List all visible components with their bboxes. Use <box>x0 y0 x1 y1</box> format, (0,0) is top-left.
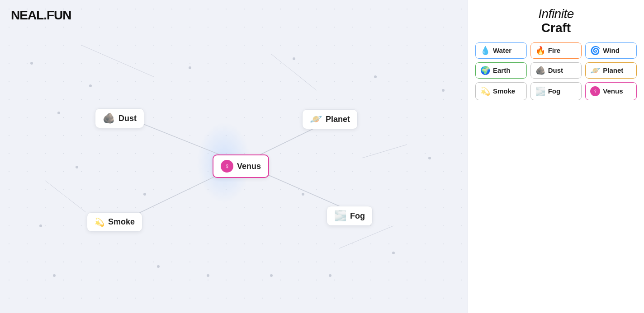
sidebar: Infinite Craft 💧 Water 🔥 Fire 🌀 Wind 🌍 E… <box>468 0 644 313</box>
fog-icon: 🌫️ <box>535 87 545 95</box>
svg-point-10 <box>39 224 42 227</box>
earth-icon: 🌍 <box>480 66 490 75</box>
svg-point-21 <box>207 274 209 277</box>
venus-emoji: ♀ <box>221 160 233 173</box>
svg-line-4 <box>81 45 154 77</box>
wind-icon: 🌀 <box>590 47 600 55</box>
venus-node[interactable]: ♀ Venus <box>213 154 269 178</box>
svg-point-9 <box>57 112 60 114</box>
app-title: Infinite Craft <box>475 7 637 35</box>
fog-emoji: 🌫️ <box>334 211 346 221</box>
water-icon: 💧 <box>480 47 490 55</box>
svg-point-13 <box>293 57 295 60</box>
sidebar-item-planet[interactable]: 🪐 Planet <box>585 62 637 79</box>
app-title-line1: Infinite <box>475 7 637 21</box>
sidebar-item-smoke[interactable]: 💫 Smoke <box>475 82 527 100</box>
fire-label: Fire <box>548 47 561 54</box>
venus-icon: ♀ <box>590 86 600 96</box>
sidebar-item-water[interactable]: 💧 Water <box>475 42 527 59</box>
venus-label: Venus <box>237 162 261 171</box>
sidebar-item-fire[interactable]: 🔥 Fire <box>530 42 582 59</box>
fog-node[interactable]: 🌫️ Fog <box>327 206 373 226</box>
svg-point-24 <box>76 166 78 168</box>
wind-label: Wind <box>603 47 620 54</box>
svg-point-11 <box>89 84 92 87</box>
dust-label: Dust <box>118 114 137 123</box>
canvas-area[interactable]: NEAL.FUN <box>0 0 468 313</box>
svg-point-12 <box>189 66 191 69</box>
fog-sidebar-label: Fog <box>548 87 561 95</box>
svg-line-6 <box>45 181 86 212</box>
water-label: Water <box>493 47 511 54</box>
svg-point-19 <box>53 274 56 277</box>
dust-icon: 🪨 <box>535 66 545 75</box>
svg-point-26 <box>143 193 146 196</box>
smoke-emoji: 💫 <box>95 218 104 226</box>
sidebar-item-wind[interactable]: 🌀 Wind <box>585 42 637 59</box>
svg-point-15 <box>428 157 431 159</box>
fog-label: Fog <box>350 211 365 221</box>
smoke-icon: 💫 <box>480 87 490 95</box>
sidebar-item-earth[interactable]: 🌍 Earth <box>475 62 527 79</box>
sidebar-grid: 💧 Water 🔥 Fire 🌀 Wind 🌍 Earth 🪨 Dust 🪐 P… <box>475 42 637 100</box>
dust-node[interactable]: 🪨 Dust <box>95 108 144 128</box>
smoke-label: Smoke <box>108 217 135 227</box>
sidebar-item-dust[interactable]: 🪨 Dust <box>530 62 582 79</box>
svg-line-7 <box>362 145 407 158</box>
svg-point-16 <box>392 252 395 254</box>
sidebar-item-fog[interactable]: 🌫️ Fog <box>530 82 582 100</box>
venus-sidebar-label: Venus <box>603 87 623 95</box>
fire-icon: 🔥 <box>535 47 545 55</box>
svg-point-22 <box>329 274 331 277</box>
svg-point-18 <box>157 265 160 268</box>
planet-node[interactable]: 🪐 Planet <box>302 109 358 129</box>
planet-label: Planet <box>326 115 350 124</box>
svg-point-20 <box>30 62 33 65</box>
sidebar-item-venus[interactable]: ♀ Venus <box>585 82 637 100</box>
svg-line-8 <box>339 226 393 248</box>
svg-point-25 <box>302 193 304 196</box>
svg-line-5 <box>271 54 317 90</box>
svg-point-14 <box>374 75 377 78</box>
svg-point-23 <box>442 89 445 92</box>
logo: NEAL.FUN <box>11 8 71 23</box>
planet-emoji: 🪐 <box>310 114 322 124</box>
planet-sidebar-label: Planet <box>603 66 623 74</box>
smoke-node[interactable]: 💫 Smoke <box>87 212 142 232</box>
dust-sidebar-label: Dust <box>548 66 563 74</box>
app-title-line2: Craft <box>475 21 637 35</box>
smoke-sidebar-label: Smoke <box>493 87 515 95</box>
planet-icon: 🪐 <box>590 66 600 75</box>
dust-emoji: 🪨 <box>103 113 115 123</box>
svg-point-17 <box>270 274 273 277</box>
earth-label: Earth <box>493 66 510 74</box>
